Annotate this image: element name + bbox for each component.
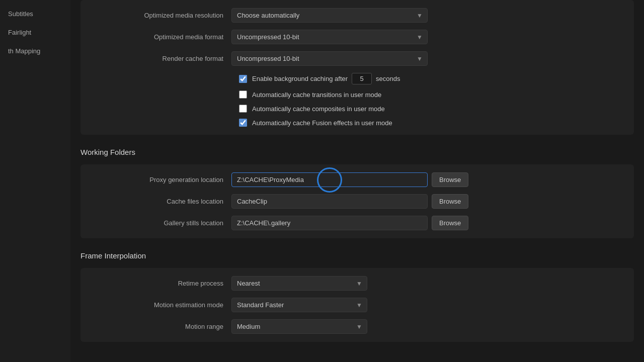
cache-files-row: Cache files location Browse — [91, 194, 624, 209]
optimized-resolution-dropdown-wrapper: Choose automatically Original 1/2 1/4 ▼ — [231, 8, 428, 23]
gallery-stills-label: Gallery stills location — [91, 219, 231, 227]
gallery-stills-input[interactable] — [231, 216, 428, 230]
sidebar-item-color-mapping[interactable]: th Mapping — [0, 42, 70, 60]
proxy-generation-browse-button[interactable]: Browse — [432, 172, 468, 187]
gallery-stills-row: Gallery stills location Browse — [91, 216, 624, 230]
optimized-format-label: Optimized media format — [91, 33, 231, 41]
auto-cache-transitions-checkbox[interactable] — [239, 90, 247, 99]
motion-range-row: Motion range Small Medium Large ▼ — [91, 319, 624, 334]
working-folders-group: Proxy generation location Browse Cache f… — [80, 164, 634, 238]
optimized-format-row: Optimized media format Uncompressed 10-b… — [91, 30, 624, 44]
auto-cache-fusion-label: Automatically cache Fusion effects in us… — [252, 119, 392, 127]
proxy-generation-row: Proxy generation location Browse — [91, 172, 624, 187]
auto-cache-composites-row: Automatically cache composites in user m… — [91, 105, 624, 113]
proxy-generation-label: Proxy generation location — [91, 176, 231, 184]
motion-range-dropdown-wrapper: Small Medium Large ▼ — [231, 319, 367, 334]
cache-files-browse-button[interactable]: Browse — [432, 194, 468, 209]
retime-process-select[interactable]: Nearest Frame Blend Optical Flow — [231, 276, 367, 291]
frame-interpolation-title: Frame Interpolation — [80, 246, 634, 263]
frame-interpolation-section: Frame Interpolation Retime process Neare… — [80, 246, 634, 342]
frame-interpolation-group: Retime process Nearest Frame Blend Optic… — [80, 268, 634, 342]
auto-cache-fusion-checkbox[interactable] — [239, 119, 247, 127]
sidebar: Subtitles Fairlight th Mapping — [0, 0, 70, 362]
render-cache-format-select[interactable]: Uncompressed 10-bit Uncompressed 8-bit D… — [231, 51, 428, 66]
optimized-format-dropdown-wrapper: Uncompressed 10-bit Uncompressed 8-bit D… — [231, 30, 428, 44]
optimized-resolution-label: Optimized media resolution — [91, 12, 231, 19]
motion-estimation-label: Motion estimation mode — [91, 301, 231, 309]
sidebar-item-subtitles[interactable]: Subtitles — [0, 5, 70, 23]
working-folders-section: Working Folders Proxy generation locatio… — [80, 143, 634, 238]
cache-files-input[interactable] — [231, 194, 428, 209]
retime-process-row: Retime process Nearest Frame Blend Optic… — [91, 276, 624, 291]
cache-files-label: Cache files location — [91, 198, 231, 205]
auto-cache-fusion-row: Automatically cache Fusion effects in us… — [91, 119, 624, 127]
background-caching-label: Enable background caching after seconds — [252, 73, 400, 84]
retime-process-dropdown-wrapper: Nearest Frame Blend Optical Flow ▼ — [231, 276, 367, 291]
motion-range-select[interactable]: Small Medium Large — [231, 319, 367, 334]
working-folders-title: Working Folders — [80, 143, 634, 159]
motion-range-label: Motion range — [91, 323, 231, 330]
optimized-resolution-select[interactable]: Choose automatically Original 1/2 1/4 — [231, 8, 428, 23]
media-settings-group: Optimized media resolution Choose automa… — [80, 0, 634, 135]
proxy-generation-input[interactable] — [231, 172, 428, 187]
gallery-stills-browse-button[interactable]: Browse — [432, 216, 468, 230]
background-caching-row: Enable background caching after seconds — [91, 73, 624, 84]
main-content: Optimized media resolution Choose automa… — [70, 0, 644, 362]
seconds-input[interactable] — [352, 73, 372, 84]
optimized-resolution-row: Optimized media resolution Choose automa… — [91, 8, 624, 23]
optimized-format-select[interactable]: Uncompressed 10-bit Uncompressed 8-bit D… — [231, 30, 428, 44]
auto-cache-composites-label: Automatically cache composites in user m… — [252, 105, 385, 113]
motion-estimation-row: Motion estimation mode Standard Faster S… — [91, 298, 624, 312]
retime-process-label: Retime process — [91, 280, 231, 287]
render-cache-format-dropdown-wrapper: Uncompressed 10-bit Uncompressed 8-bit D… — [231, 51, 428, 66]
render-cache-format-label: Render cache format — [91, 55, 231, 62]
motion-estimation-dropdown-wrapper: Standard Faster Standard Better Enhanced… — [231, 298, 367, 312]
auto-cache-transitions-label: Automatically cache transitions in user … — [252, 91, 381, 99]
sidebar-item-fairlight[interactable]: Fairlight — [0, 24, 70, 41]
background-caching-checkbox[interactable] — [239, 75, 247, 83]
proxy-input-container — [231, 172, 428, 187]
motion-estimation-select[interactable]: Standard Faster Standard Better Enhanced… — [231, 298, 367, 312]
render-cache-format-row: Render cache format Uncompressed 10-bit … — [91, 51, 624, 66]
auto-cache-transitions-row: Automatically cache transitions in user … — [91, 90, 624, 99]
auto-cache-composites-checkbox[interactable] — [239, 105, 247, 113]
